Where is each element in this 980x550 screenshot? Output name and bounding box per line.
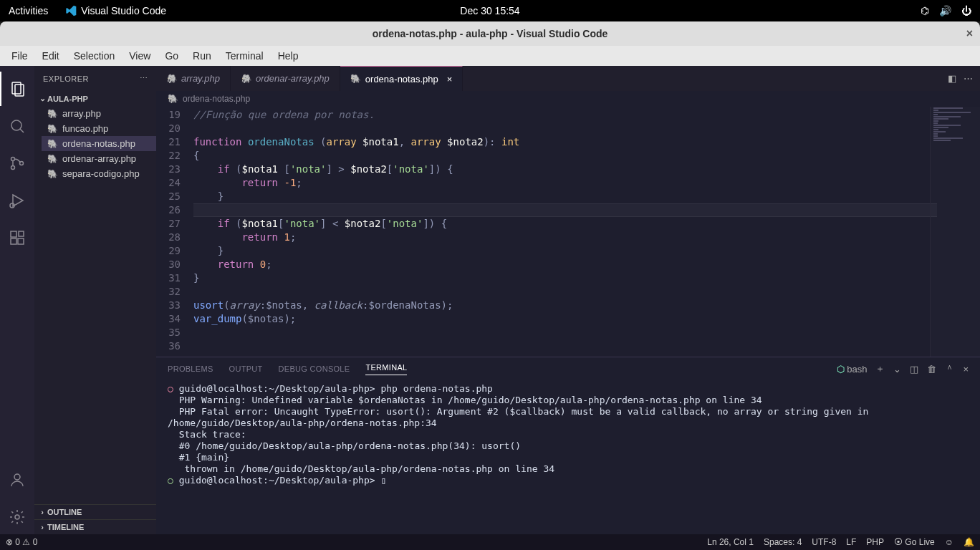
svg-rect-11 (18, 238, 24, 244)
close-tab-icon[interactable]: × (447, 74, 453, 85)
chevron-right-icon: › (37, 508, 47, 516)
php-icon: 🐘 (47, 139, 58, 149)
explorer-title: EXPLORER (43, 74, 89, 83)
run-debug-icon[interactable] (0, 183, 34, 218)
status-lang[interactable]: PHP (866, 537, 884, 547)
svg-point-4 (11, 158, 15, 161)
svg-rect-10 (11, 238, 16, 244)
menu-help[interactable]: Help (272, 49, 304, 63)
tab[interactable]: 🐘ordenar-array.php (231, 66, 340, 91)
menu-edit[interactable]: Edit (37, 49, 65, 63)
line-gutter: 192021222324252627282930313233343536 (156, 107, 193, 357)
extensions-icon[interactable] (0, 221, 34, 255)
menu-go[interactable]: Go (159, 49, 184, 63)
php-icon: 🐘 (241, 74, 251, 84)
accounts-icon[interactable] (0, 463, 34, 497)
status-golive[interactable]: ⦿ Go Live (894, 537, 935, 547)
file-item[interactable]: 🐘ordenar-array.php (42, 151, 156, 166)
chevron-right-icon: › (37, 523, 47, 531)
status-eol[interactable]: LF (846, 537, 856, 547)
settings-gear-icon[interactable] (0, 500, 34, 534)
terminal-dropdown-icon[interactable]: ⌄ (893, 364, 901, 375)
svg-rect-9 (11, 231, 16, 237)
new-terminal-icon[interactable]: ＋ (875, 362, 885, 375)
shell-picker[interactable]: ⬡ bash (837, 364, 868, 375)
kill-terminal-icon[interactable]: 🗑 (927, 364, 936, 375)
activities-button[interactable]: Activities (9, 5, 48, 16)
explorer-icon[interactable] (0, 72, 34, 106)
split-terminal-icon[interactable]: ◫ (910, 364, 918, 375)
power-icon[interactable]: ⏻ (961, 5, 971, 16)
menu-bar: File Edit Selection View Go Run Terminal… (0, 46, 980, 66)
editor-tabs: 🐘array.php 🐘ordenar-array.php 🐘ordena-no… (156, 66, 980, 91)
status-feedback-icon[interactable]: ☺ (945, 537, 953, 547)
menu-selection[interactable]: Selection (68, 49, 121, 63)
php-icon: 🐘 (47, 109, 58, 119)
code-editor[interactable]: 192021222324252627282930313233343536 //F… (156, 107, 980, 357)
source-control-icon[interactable] (0, 146, 34, 180)
timeline-section[interactable]: ›TIMELINE (34, 519, 156, 534)
status-spaces[interactable]: Spaces: 4 (764, 537, 802, 547)
split-editor-icon[interactable]: ◧ (948, 73, 956, 84)
vscode-icon (65, 5, 77, 16)
file-item[interactable]: 🐘funcao.php (42, 121, 156, 136)
svg-point-13 (14, 474, 20, 480)
minimap[interactable] (930, 107, 980, 357)
tab[interactable]: 🐘array.php (156, 66, 231, 91)
status-encoding[interactable]: UTF-8 (812, 537, 836, 547)
app-menu[interactable]: Visual Studio Code (65, 5, 166, 16)
status-cursor[interactable]: Ln 26, Col 1 (707, 537, 754, 547)
status-errors[interactable]: ⊗ 0 ⚠ 0 (6, 537, 37, 547)
window-titlebar: ordena-notas.php - aula-php - Visual Stu… (0, 21, 980, 46)
svg-rect-12 (19, 231, 24, 236)
folder-header[interactable]: ⌄ AULA-PHP (34, 91, 156, 106)
chevron-down-icon: ⌄ (37, 94, 47, 103)
bottom-panel: PROBLEMS OUTPUT DEBUG CONSOLE TERMINAL ⬡… (156, 357, 980, 534)
menu-run[interactable]: Run (187, 49, 217, 63)
status-bar: ⊗ 0 ⚠ 0 Ln 26, Col 1 Spaces: 4 UTF-8 LF … (0, 534, 980, 550)
more-actions-icon[interactable]: ⋯ (964, 73, 973, 84)
maximize-panel-icon[interactable]: ＾ (945, 362, 954, 375)
file-item[interactable]: 🐘array.php (42, 106, 156, 121)
file-item[interactable]: 🐘ordena-notas.php (42, 136, 156, 151)
close-window-button[interactable]: × (966, 27, 973, 40)
file-item[interactable]: 🐘separa-codigo.php (42, 166, 156, 181)
php-icon: 🐘 (47, 154, 58, 164)
volume-icon[interactable]: 🔊 (939, 5, 951, 16)
window-title: ordena-notas.php - aula-php - Visual Stu… (373, 28, 608, 39)
breadcrumb[interactable]: 🐘 ordena-notas.php (156, 91, 980, 107)
php-icon: 🐘 (166, 74, 177, 84)
tab[interactable]: 🐘ordena-notas.php× (340, 66, 463, 91)
gnome-top-bar: Activities Visual Studio Code Dec 30 15:… (0, 0, 980, 21)
clock[interactable]: Dec 30 15:54 (460, 5, 519, 16)
network-icon[interactable]: ⌬ (921, 5, 929, 16)
svg-point-5 (11, 166, 15, 170)
search-icon[interactable] (0, 109, 34, 143)
explorer-sidebar: EXPLORER ⋯ ⌄ AULA-PHP 🐘array.php 🐘funcao… (34, 66, 156, 534)
svg-point-14 (15, 515, 19, 519)
svg-line-3 (20, 129, 24, 132)
explorer-more-icon[interactable]: ⋯ (140, 74, 148, 83)
svg-point-2 (11, 120, 21, 130)
menu-terminal[interactable]: Terminal (220, 49, 269, 63)
php-icon: 🐘 (168, 94, 178, 104)
php-icon: 🐘 (47, 169, 58, 179)
panel-tab-terminal[interactable]: TERMINAL (365, 363, 407, 375)
php-icon: 🐘 (350, 74, 361, 84)
php-icon: 🐘 (47, 124, 58, 134)
panel-tab-debug[interactable]: DEBUG CONSOLE (279, 365, 350, 373)
outline-section[interactable]: ›OUTLINE (34, 504, 156, 519)
file-list: 🐘array.php 🐘funcao.php 🐘ordena-notas.php… (34, 106, 156, 181)
close-panel-icon[interactable]: × (963, 364, 969, 375)
panel-tab-problems[interactable]: PROBLEMS (168, 365, 213, 373)
menu-view[interactable]: View (123, 49, 156, 63)
status-bell-icon[interactable]: 🔔 (964, 537, 974, 547)
panel-tab-output[interactable]: OUTPUT (229, 365, 263, 373)
menu-file[interactable]: File (6, 49, 34, 63)
activity-bar (0, 66, 34, 534)
terminal-output[interactable]: ○ guido@localhost:~/Desktop/aula-php> ph… (156, 380, 980, 534)
